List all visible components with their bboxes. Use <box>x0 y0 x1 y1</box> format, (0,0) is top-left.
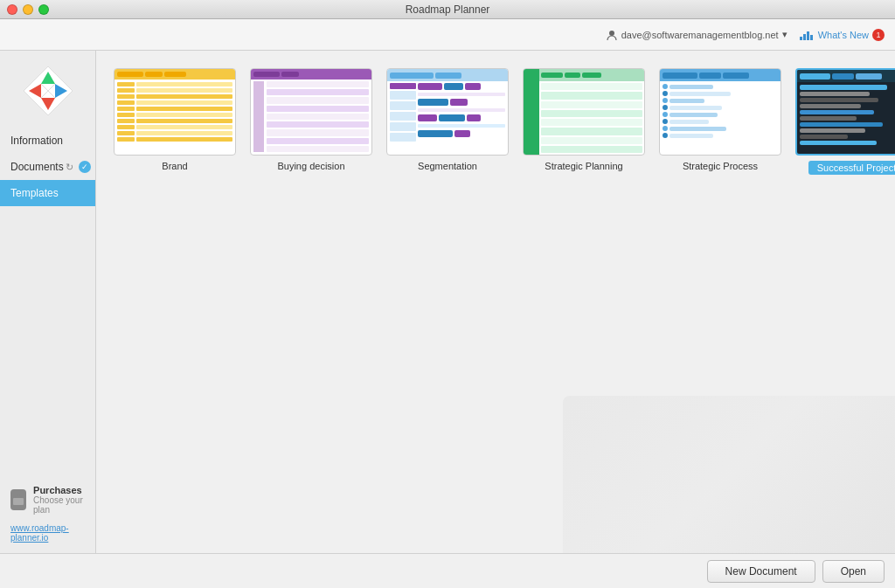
user-menu[interactable]: dave@softwaremanagementblog.net ▾ <box>606 29 787 41</box>
user-email: dave@softwaremanagementblog.net <box>621 30 779 40</box>
open-button[interactable]: Open <box>822 560 885 583</box>
template-brand[interactable]: Brand <box>114 68 236 175</box>
user-icon <box>606 29 618 41</box>
purchases-section[interactable]: Purchases Choose your plan <box>0 478 95 522</box>
template-label-sp: Strategic Planning <box>545 161 622 171</box>
bar-chart-icon <box>800 30 813 40</box>
svg-rect-8 <box>13 498 24 505</box>
purchases-title: Purchases <box>33 485 85 495</box>
whats-new-button[interactable]: What's New 1 <box>800 29 885 41</box>
purchases-icon <box>10 489 26 510</box>
sync-icon: ↻ <box>64 161 76 173</box>
sidebar-item-information[interactable]: Information <box>0 128 95 154</box>
templates-label: Templates <box>10 187 59 199</box>
documents-status-icons: ↻ ✓ <box>64 161 91 173</box>
sidebar-nav: Information Documents ↻ ✓ Templates <box>0 128 95 206</box>
check-icon: ✓ <box>79 161 91 173</box>
template-successful-project[interactable]: Successful Project <box>795 68 895 175</box>
titlebar-buttons <box>7 4 49 15</box>
template-thumbnail-buying <box>250 68 372 156</box>
main-content: Brand <box>96 51 895 553</box>
template-thumbnail-sproc <box>659 68 781 156</box>
template-strategic-process[interactable]: Strategic Process <box>659 68 781 175</box>
template-label-sproc: Strategic Process <box>683 161 758 171</box>
user-dropdown-arrow: ▾ <box>782 29 787 40</box>
new-document-button[interactable]: New Document <box>707 560 815 583</box>
logo-area <box>0 51 95 128</box>
svg-point-0 <box>609 31 614 36</box>
topbar: dave@softwaremanagementblog.net ▾ What's… <box>0 19 895 51</box>
whats-new-label: What's New <box>818 30 869 40</box>
bottombar: New Document Open <box>0 553 895 588</box>
template-buying-decision[interactable]: Buying decision <box>250 68 372 175</box>
titlebar: Roadmap Planner <box>0 0 895 19</box>
purchases-text: Purchases Choose your plan <box>33 485 85 515</box>
website-link[interactable]: www.roadmap-planner.io <box>10 523 95 543</box>
sidebar-item-templates[interactable]: Templates <box>0 180 95 206</box>
documents-label: Documents <box>10 161 64 173</box>
information-label: Information <box>10 135 63 147</box>
template-thumbnail-sp <box>523 68 645 156</box>
template-strategic-planning[interactable]: Strategic Planning <box>523 68 645 175</box>
template-label-success: Successful Project <box>808 161 895 175</box>
content-area: Information Documents ↻ ✓ Templates <box>0 51 895 553</box>
notification-badge: 1 <box>872 29 885 41</box>
template-label-seg: Segmentation <box>418 161 477 171</box>
template-label-brand: Brand <box>162 161 187 171</box>
app-logo <box>22 65 74 117</box>
background-decor <box>563 396 895 553</box>
sidebar-item-documents[interactable]: Documents ↻ ✓ <box>0 154 95 180</box>
template-thumbnail-success <box>795 68 895 156</box>
template-segmentation[interactable]: Segmentation <box>386 68 509 175</box>
template-thumbnail-seg <box>386 68 509 156</box>
minimize-button[interactable] <box>23 4 33 15</box>
template-label-buying: Buying decision <box>277 161 344 171</box>
purchases-subtitle: Choose your plan <box>33 495 85 515</box>
app-container: dave@softwaremanagementblog.net ▾ What's… <box>0 19 895 588</box>
maximize-button[interactable] <box>38 4 49 15</box>
template-thumbnail-brand <box>114 68 236 156</box>
close-button[interactable] <box>7 4 17 15</box>
templates-grid: Brand <box>114 68 878 175</box>
window-title: Roadmap Planner <box>406 3 490 16</box>
sidebar: Information Documents ↻ ✓ Templates <box>0 51 96 553</box>
